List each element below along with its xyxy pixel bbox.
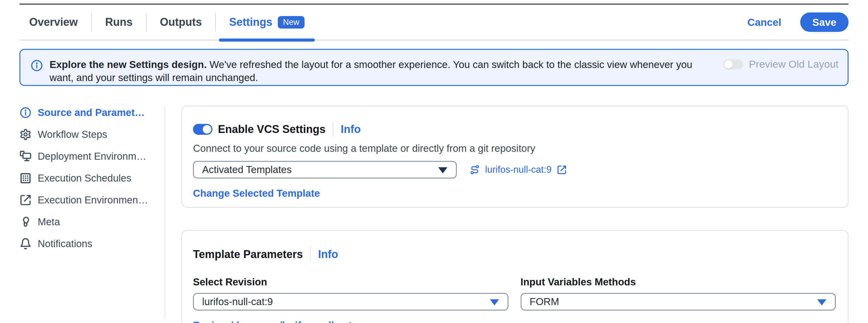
params-info-link[interactable]: Info — [318, 248, 338, 261]
banner-text: Explore the new Settings design. We've r… — [50, 58, 705, 84]
header-actions: Cancel Save — [747, 12, 848, 32]
settings-sidebar: Source and Paramet… Workflow Steps Dep — [20, 86, 165, 318]
info-icon — [20, 107, 32, 119]
template-parameters-card: Template Parameters Info Select Revision… — [181, 230, 848, 323]
enable-vcs-toggle[interactable] — [193, 124, 212, 135]
route-icon — [470, 165, 480, 175]
toggle-off-switch[interactable] — [723, 59, 743, 70]
tab-outputs[interactable]: Outputs — [147, 5, 215, 40]
toggle-knob — [203, 125, 211, 134]
revision-value: lurifos-null-cat:9 — [202, 296, 273, 308]
sidebar-item-label: Execution Environmen… — [38, 194, 148, 206]
tabs: Overview Runs Outputs Settings New — [29, 5, 318, 40]
revision-select[interactable]: lurifos-null-cat:9 — [193, 293, 508, 311]
params-fields-grid: Select Revision lurifos-null-cat:9 Revie… — [193, 276, 836, 323]
sidebar-item-label: Deployment Environm… — [38, 151, 147, 162]
selected-template-group: lurifos-null-cat:9 — [470, 164, 567, 175]
input-method-value: FORM — [530, 296, 559, 308]
sidebar-item-label: Notifications — [38, 238, 92, 250]
tab-label: Overview — [29, 16, 78, 29]
external-link-icon — [20, 194, 32, 206]
sidebar-item-notifications[interactable]: Notifications — [20, 233, 165, 255]
chevron-down-icon — [817, 299, 826, 306]
toggle-knob — [724, 60, 733, 69]
vcs-card-title: Enable VCS Settings — [218, 123, 326, 136]
save-button[interactable]: Save — [800, 12, 848, 32]
sidebar-item-deployment-environments[interactable]: Deployment Environm… — [20, 145, 165, 167]
sidebar-item-workflow-steps[interactable]: Workflow Steps — [20, 123, 165, 145]
new-badge: New — [278, 16, 305, 29]
source-type-select[interactable]: Activated Templates — [193, 161, 457, 179]
monitors-icon — [20, 150, 32, 163]
sidebar-item-source-and-parameters[interactable]: Source and Paramet… — [20, 102, 165, 123]
vcs-settings-card: Enable VCS Settings Info Connect to your… — [181, 106, 848, 208]
cancel-button[interactable]: Cancel — [747, 16, 781, 28]
params-card-header: Template Parameters Info — [193, 246, 836, 263]
bell-icon — [20, 238, 32, 250]
tab-label: Runs — [105, 16, 132, 29]
sidebar-item-execution-schedules[interactable]: Execution Schedules — [20, 167, 165, 189]
tabs-bottom-rule — [20, 40, 848, 40]
grid-calendar-icon — [20, 172, 32, 184]
banner-title: Explore the new Settings design. — [50, 59, 207, 70]
template-version-link[interactable]: lurifos-null-cat:9 — [485, 164, 552, 175]
tab-runs[interactable]: Runs — [92, 5, 146, 40]
sidebar-item-meta[interactable]: Meta — [20, 211, 165, 233]
chevron-down-icon — [438, 167, 447, 173]
info-icon — [31, 60, 43, 72]
vcs-description: Connect to your source code using a temp… — [193, 143, 836, 154]
preview-old-layout-toggle[interactable]: Preview Old Layout — [723, 58, 839, 70]
params-card-title: Template Parameters — [193, 248, 303, 261]
tab-bar: Overview Runs Outputs Settings New Cance… — [0, 5, 868, 40]
change-selected-template-link[interactable]: Change Selected Template — [193, 188, 320, 199]
vcs-info-link[interactable]: Info — [341, 123, 361, 136]
vcs-card-header: Enable VCS Settings Info — [193, 121, 836, 138]
toggle-label: Preview Old Layout — [749, 58, 839, 70]
settings-main: Enable VCS Settings Info Connect to your… — [165, 86, 848, 318]
input-method-select[interactable]: FORM — [521, 293, 836, 311]
tab-label: Outputs — [160, 16, 202, 29]
tab-label: Settings — [229, 16, 272, 29]
review-template-link[interactable]: Review /demo-org/lurifos-null-cat — [193, 320, 352, 323]
chevron-down-icon — [490, 299, 499, 306]
sidebar-item-label: Execution Schedules — [38, 172, 131, 184]
header-divider — [333, 121, 333, 137]
external-link-icon[interactable] — [557, 165, 567, 175]
select-revision-label: Select Revision — [193, 276, 508, 288]
select-revision-field: Select Revision lurifos-null-cat:9 Revie… — [193, 276, 508, 323]
input-variables-label: Input Variables Methods — [521, 276, 836, 288]
source-type-value: Activated Templates — [202, 164, 292, 176]
lightbulb-icon — [20, 216, 32, 228]
input-variables-field: Input Variables Methods FORM — [521, 276, 836, 323]
sidebar-item-label: Meta — [38, 216, 60, 228]
tab-settings[interactable]: Settings New — [216, 5, 318, 40]
tab-overview[interactable]: Overview — [29, 5, 91, 40]
settings-content: Source and Paramet… Workflow Steps Dep — [0, 86, 868, 318]
sidebar-item-label: Source and Paramet… — [38, 107, 145, 118]
source-select-row: Activated Templates lurifos-null-cat:9 — [193, 161, 836, 179]
sidebar-item-label: Workflow Steps — [38, 129, 107, 140]
new-design-banner: Explore the new Settings design. We've r… — [20, 49, 848, 86]
gear-icon — [20, 129, 32, 141]
header-divider — [310, 247, 311, 262]
active-tab-underline — [219, 39, 315, 42]
sidebar-item-execution-environments[interactable]: Execution Environmen… — [20, 189, 165, 211]
